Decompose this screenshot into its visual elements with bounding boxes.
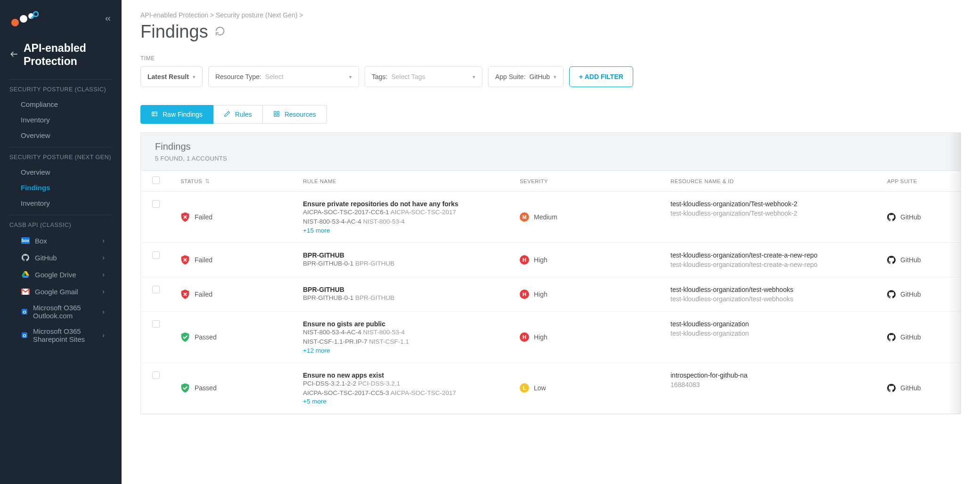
status-text: Passed [195,333,217,341]
add-filter-button[interactable]: + ADD FILTER [569,66,633,87]
sidebar-title: API-enabled Protection [24,42,112,68]
github-icon [887,290,896,298]
more-compliance-link[interactable]: +12 more [303,347,520,354]
resource-name: test-kloudless-organization/test-create-… [670,251,887,259]
compliance-mapping: PCI-DSS-3.2.1-2-2 PCI-DSS-3.2.1 [303,379,520,388]
sidebar-item-findings[interactable]: Findings [9,180,112,195]
brand-logo-icon [9,10,39,29]
severity-badge-icon: M [520,212,529,222]
sidebar-item-label: Google Drive [35,271,76,279]
panel-subtitle: 5 FOUND, 1 ACCOUNTS [155,155,947,162]
sidebar-section-label: SECURITY POSTURE (CLASSIC) [9,86,112,97]
filter-bar: Latest Result ▾ Resource Type: Select ▾ … [140,66,961,87]
filter-tags[interactable]: Tags: Select Tags ▾ [365,66,482,87]
status-text: Failed [195,213,212,221]
status-text: Failed [195,290,212,298]
resource-id: 16884083 [670,381,887,388]
col-rule[interactable]: RULE NAME [303,178,520,184]
sidebar: API-enabled Protection SECURITY POSTURE … [0,0,122,484]
logo-row [0,7,122,38]
rule-name: BPR-GITHUB [303,286,520,293]
status-text: Failed [195,256,212,264]
table-row[interactable]: FailedEnsure private repositories do not… [141,192,961,243]
table-row[interactable]: FailedBPR-GITHUBBPR-GITHUB-0-1 BPR-GITHU… [141,243,961,277]
row-checkbox[interactable] [152,371,160,379]
sidebar-item-overview[interactable]: Overview [9,164,112,180]
resource-name: test-kloudless-organization/test-webhook… [670,286,887,293]
compliance-mapping: BPR-GITHUB-0-1 BPR-GITHUB [303,293,520,303]
severity-text: Low [534,384,546,392]
sidebar-title-row[interactable]: API-enabled Protection [0,38,122,75]
tab-rules[interactable]: Rules [213,105,263,124]
sidebar-item-github[interactable]: GitHub› [9,249,112,266]
appsuite-text: GitHub [900,333,921,341]
select-all-checkbox[interactable] [152,177,160,184]
sidebar-item-google-drive[interactable]: Google Drive› [9,266,112,283]
filter-resource-type[interactable]: Resource Type: Select ▾ [208,66,359,87]
sidebar-item-overview[interactable]: Overview [9,128,112,143]
chevron-right-icon: › [102,288,105,295]
filter-app-suite-value: GitHub [530,73,550,81]
sidebar-item-compliance[interactable]: Compliance [9,97,112,112]
sidebar-section-label: SECURITY POSTURE (NEXT GEN) [9,154,112,164]
sidebar-item-label: Overview [21,131,50,139]
appsuite-text: GitHub [900,290,921,298]
col-severity[interactable]: SEVERITY [520,178,670,184]
sidebar-item-google-gmail[interactable]: Google Gmail› [9,283,112,300]
filter-app-suite[interactable]: App Suite: GitHub ▾ [488,66,564,87]
caret-down-icon: ▾ [349,74,352,80]
collapse-sidebar-icon[interactable] [104,15,112,24]
svg-rect-22 [277,114,279,116]
col-status[interactable]: STATUS⇅ [180,178,303,185]
resource-id: test-kloudless-organization [670,330,887,337]
severity-text: High [534,333,547,341]
back-arrow-icon[interactable] [9,49,19,60]
more-compliance-link[interactable]: +15 more [303,227,520,234]
compliance-mapping: AICPA-SOC-TSC-2017-CC6-1 AICPA-SOC-TSC-2… [303,208,520,217]
status-text: Passed [195,384,217,392]
filters-section-label: TIME [140,55,961,62]
svg-point-0 [11,19,19,26]
more-compliance-link[interactable]: +5 more [303,398,520,405]
filter-time[interactable]: Latest Result ▾ [140,66,203,87]
chevron-right-icon: › [102,308,105,315]
svg-rect-19 [274,111,276,113]
caret-down-icon: ▾ [554,74,556,80]
sidebar-item-inventory[interactable]: Inventory [9,112,112,128]
sidebar-item-inventory[interactable]: Inventory [9,195,112,211]
svg-point-3 [33,12,38,16]
sidebar-item-label: Overview [21,168,50,176]
severity-badge-icon: H [520,290,529,299]
sort-icon: ⇅ [205,178,210,184]
tab-resources[interactable]: Resources [263,105,327,124]
appsuite-text: GitHub [900,384,921,392]
table-row[interactable]: PassedEnsure no new apps existPCI-DSS-3.… [141,363,961,414]
add-filter-label: + ADD FILTER [579,73,623,81]
row-checkbox[interactable] [152,320,160,328]
github-icon [21,253,30,262]
resource-id: test-kloudless-organization/test-create-… [670,261,887,268]
compliance-mapping: NIST-800-53-4-AC-4 NIST-800-53-4 [303,217,520,226]
chevron-right-icon: › [102,271,105,278]
table-row[interactable]: FailedBPR-GITHUBBPR-GITHUB-0-1 BPR-GITHU… [141,277,961,312]
ms-icon: O [21,331,28,340]
panel-title: Findings [155,141,947,152]
filter-app-suite-label: App Suite: [495,73,526,81]
refresh-icon[interactable] [215,26,225,38]
tab-raw-findings[interactable]: Raw Findings [140,105,213,124]
col-resource[interactable]: RESOURCE NAME & ID [670,178,887,184]
sidebar-item-box[interactable]: boxBox› [9,232,112,249]
table-row[interactable]: PassedEnsure no gists are publicNIST-800… [141,312,961,363]
sidebar-item-microsoft-o365-sharepoint-sites[interactable]: OMicrosoft O365 Sharepoint Sites› [9,323,112,347]
shield-fail-icon [180,289,190,299]
row-checkbox[interactable] [152,200,160,208]
breadcrumb[interactable]: API-enabled Protection > Security postur… [140,11,961,19]
sidebar-item-label: Compliance [21,100,58,108]
row-checkbox[interactable] [152,251,160,259]
row-checkbox[interactable] [152,286,160,293]
sidebar-item-microsoft-o365-outlook-com[interactable]: OMicrosoft O365 Outlook.com› [9,300,112,323]
svg-rect-11 [29,289,30,295]
github-icon [887,256,896,264]
sidebar-item-label: Microsoft O365 Sharepoint Sites [33,327,102,343]
gdrive-icon [21,270,30,279]
